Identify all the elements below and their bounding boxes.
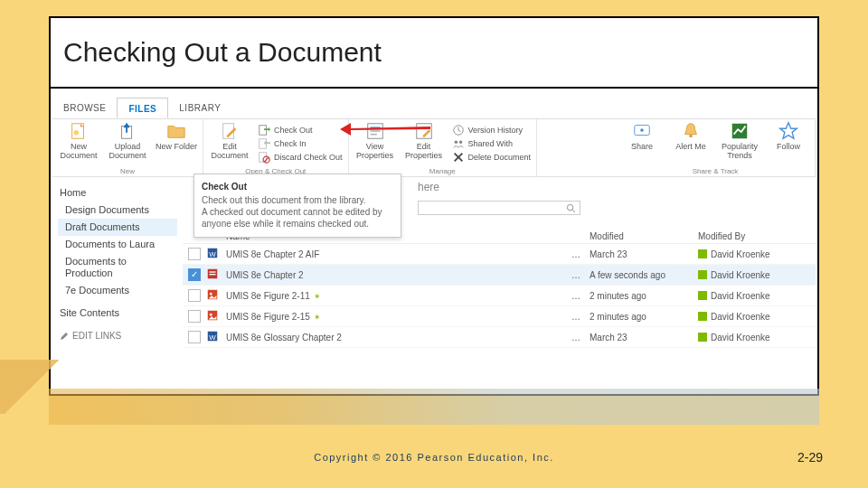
alert-me-button[interactable]: Alert Me	[670, 121, 712, 166]
delete-document-button[interactable]: Delete Document	[452, 151, 532, 164]
tab-browse[interactable]: BROWSE	[52, 98, 117, 118]
decorative-footer-band	[49, 389, 819, 425]
ribbon-group-new-label: New	[58, 166, 197, 176]
alert-me-label: Alert Me	[675, 142, 706, 151]
new-folder-button[interactable]: New Folder	[156, 121, 197, 166]
tab-library[interactable]: LIBRARY	[168, 98, 231, 118]
svg-text:W: W	[209, 250, 216, 258]
file-type-icon	[206, 288, 226, 303]
drop-hint-text: here	[418, 181, 439, 193]
upload-document-label: Upload Document	[107, 142, 148, 160]
table-row[interactable]: ✓UMIS 8e Chapter 2…A few seconds agoDavi…	[183, 265, 816, 286]
ribbon-group-open: Edit Document Check Out Check In Discard…	[203, 119, 349, 176]
edit-links-label: EDIT LINKS	[72, 331, 121, 341]
file-name[interactable]: UMIS 8e Glossary Chapter 2	[226, 333, 342, 343]
svg-rect-30	[210, 274, 216, 275]
header-modified[interactable]: Modified	[590, 231, 698, 241]
content-area: Check Out Check out this document from t…	[183, 177, 816, 382]
nav-documents-to-laura[interactable]: Documents to Laura	[58, 236, 177, 253]
svg-line-25	[572, 210, 575, 212]
file-name[interactable]: UMIS 8e Chapter 2	[226, 270, 304, 280]
nav-draft-documents[interactable]: Draft Documents	[58, 219, 177, 236]
row-checkbox[interactable]	[188, 331, 201, 343]
modified-date: 2 minutes ago	[590, 291, 698, 301]
follow-button[interactable]: Follow	[768, 121, 809, 166]
star-icon	[778, 121, 798, 141]
version-history-button[interactable]: Version History	[452, 124, 532, 136]
svg-point-22	[689, 135, 693, 138]
new-folder-label: New Folder	[156, 142, 197, 151]
check-in-icon	[258, 137, 270, 150]
row-checkbox[interactable]	[188, 248, 201, 260]
row-menu-button[interactable]: …	[571, 312, 580, 322]
table-row[interactable]: WUMIS 8e Glossary Chapter 2…March 23Davi…	[183, 327, 816, 348]
row-menu-button[interactable]: …	[571, 270, 580, 280]
ribbon-tabs: BROWSE FILES LIBRARY	[52, 98, 816, 119]
slide-title: Checking Out a Document	[49, 16, 819, 89]
file-name[interactable]: UMIS 8e Figure 2-15	[226, 312, 310, 322]
modified-by-user[interactable]: David Kroenke	[711, 270, 770, 280]
delete-icon	[452, 151, 465, 164]
search-box[interactable]	[418, 201, 580, 215]
annotation-arrow	[340, 121, 430, 137]
modified-by-user[interactable]: David Kroenke	[711, 291, 770, 301]
file-name[interactable]: UMIS 8e Figure 2-11	[226, 291, 310, 301]
new-document-icon	[69, 121, 89, 141]
edit-document-button[interactable]: Edit Document	[209, 121, 250, 166]
check-in-label: Check In	[274, 139, 307, 148]
modified-date: A few seconds ago	[590, 270, 698, 280]
edit-properties-label: Edit Properties	[403, 142, 445, 160]
tooltip-title: Check Out	[202, 182, 393, 192]
popularity-trends-label: Popularity Trends	[719, 142, 760, 160]
new-document-button[interactable]: New Document	[58, 121, 99, 166]
popularity-trends-button[interactable]: Popularity Trends	[719, 121, 760, 166]
tab-files[interactable]: FILES	[117, 98, 168, 118]
bell-icon	[681, 121, 701, 141]
modified-by-user[interactable]: David Kroenke	[711, 333, 770, 343]
check-out-icon	[258, 124, 270, 136]
table-row[interactable]: WUMIS 8e Chapter 2 AIF…March 23David Kro…	[183, 244, 816, 265]
svg-point-32	[210, 293, 212, 296]
nav-documents-to-production[interactable]: Documents to Production	[58, 253, 177, 282]
version-history-icon	[452, 124, 465, 136]
discard-checkout-button[interactable]: Discard Check Out	[258, 151, 343, 164]
presence-icon	[698, 270, 707, 279]
shared-with-icon	[452, 137, 465, 150]
page-number: 2-29	[797, 450, 823, 465]
nav-7e-documents[interactable]: 7e Documents	[58, 282, 177, 299]
nav-design-documents[interactable]: Design Documents	[58, 202, 177, 219]
nav-site-contents[interactable]: Site Contents	[58, 305, 177, 322]
svg-point-1	[74, 130, 80, 136]
new-indicator-icon: ✶	[312, 313, 322, 322]
edit-links-button[interactable]: EDIT LINKS	[58, 331, 177, 341]
file-type-icon: W	[206, 247, 226, 261]
header-modified-by[interactable]: Modified By	[698, 231, 816, 241]
new-indicator-icon: ✶	[312, 292, 322, 301]
check-out-button[interactable]: Check Out	[258, 124, 343, 136]
new-document-label: New Document	[58, 142, 99, 160]
file-name[interactable]: UMIS 8e Chapter 2 AIF	[226, 249, 319, 259]
table-row[interactable]: UMIS 8e Figure 2-15 ✶…2 minutes agoDavid…	[183, 306, 816, 327]
table-row[interactable]: UMIS 8e Figure 2-11 ✶…2 minutes agoDavid…	[183, 286, 816, 306]
modified-date: 2 minutes ago	[590, 312, 698, 322]
left-nav: Home Design Documents Draft Documents Do…	[52, 177, 183, 382]
version-history-label: Version History	[468, 126, 524, 135]
row-menu-button[interactable]: …	[571, 249, 580, 259]
row-checkbox[interactable]	[188, 310, 201, 323]
nav-home[interactable]: Home	[58, 184, 177, 202]
shared-with-button[interactable]: Shared With	[452, 137, 532, 150]
row-checkbox[interactable]	[188, 289, 201, 302]
checkout-tooltip: Check Out Check out this document from t…	[193, 174, 401, 238]
row-menu-button[interactable]: …	[571, 291, 580, 301]
row-menu-button[interactable]: …	[571, 333, 580, 343]
check-in-button[interactable]: Check In	[258, 137, 343, 150]
modified-by-user[interactable]: David Kroenke	[711, 249, 770, 259]
edit-document-icon	[220, 121, 240, 141]
upload-document-button[interactable]: Upload Document	[107, 121, 148, 166]
tooltip-body-1: Check out this document from the library…	[202, 195, 366, 205]
row-checkbox[interactable]: ✓	[188, 268, 201, 281]
modified-by-user[interactable]: David Kroenke	[711, 312, 770, 322]
share-button[interactable]: Share	[621, 121, 663, 166]
delete-document-label: Delete Document	[468, 153, 532, 162]
title-text: Checking Out a Document	[63, 37, 382, 68]
